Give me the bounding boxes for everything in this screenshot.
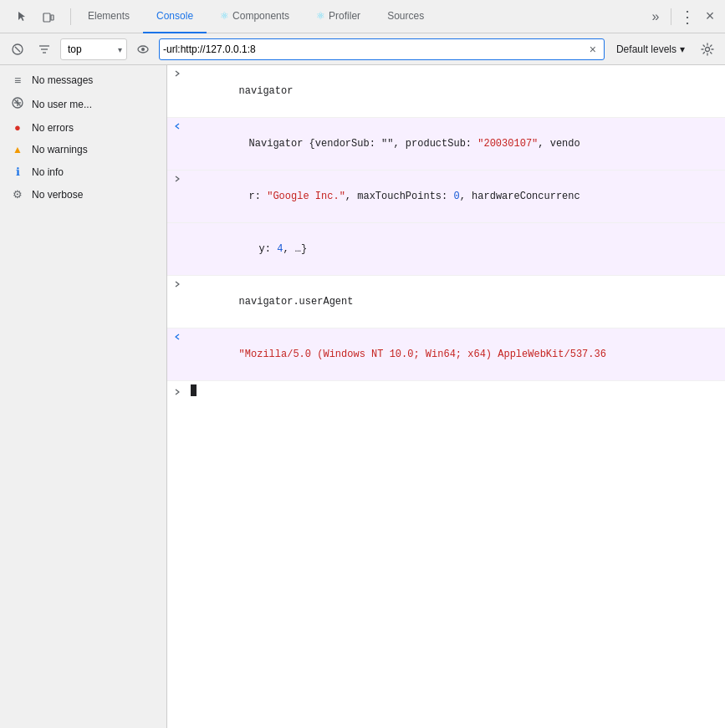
warnings-icon: ▲ bbox=[10, 144, 25, 155]
console-text-1: navigator bbox=[187, 67, 725, 115]
close-devtools-button[interactable]: × bbox=[698, 5, 722, 28]
main-area: ≡ No messages No user me... ● No errors … bbox=[0, 65, 725, 728]
context-select[interactable]: top bbox=[60, 38, 127, 60]
settings-button[interactable] bbox=[697, 38, 718, 60]
messages-icon: ≡ bbox=[10, 74, 25, 87]
tab-console[interactable]: Console bbox=[143, 0, 207, 33]
svg-point-9 bbox=[706, 47, 710, 51]
info-label: No info bbox=[32, 166, 156, 178]
sidebar-item-errors[interactable]: ● No errors bbox=[0, 116, 166, 139]
warnings-label: No warnings bbox=[32, 144, 156, 155]
expand-arrow-3[interactable] bbox=[167, 172, 187, 183]
console-text-3: r: "Google Inc.", maxTouchPoints: 0, har… bbox=[187, 172, 725, 221]
console-area[interactable]: navigator Navigator {vendorSub: "", prod… bbox=[167, 65, 725, 728]
context-selector[interactable]: top ▾ bbox=[60, 38, 127, 60]
filter-icon-button[interactable] bbox=[33, 38, 55, 60]
cursor bbox=[191, 384, 197, 396]
sidebar-item-verbose[interactable]: ⚙ No verbose bbox=[0, 183, 166, 206]
console-text-4: y: 4, …} bbox=[187, 225, 725, 273]
devtools-menu-button[interactable]: ⋮ bbox=[675, 5, 698, 28]
tab-bar: Elements Console ⚛ Components ⚛ Profiler… bbox=[0, 0, 725, 33]
console-text-6: "Mozilla/5.0 (Windows NT 10.0; Win64; x6… bbox=[187, 330, 725, 379]
svg-rect-0 bbox=[43, 13, 50, 22]
verbose-icon: ⚙ bbox=[10, 188, 25, 201]
console-input-line[interactable] bbox=[167, 381, 725, 400]
filter-input[interactable] bbox=[163, 43, 585, 55]
info-icon: ℹ bbox=[10, 165, 25, 178]
user-messages-icon bbox=[10, 97, 25, 111]
console-line-5: navigator.userAgent bbox=[167, 276, 725, 328]
console-line-6: "Mozilla/5.0 (Windows NT 10.0; Win64; x6… bbox=[167, 328, 725, 381]
svg-line-3 bbox=[15, 47, 20, 52]
console-toolbar: top ▾ × Default levels ▾ bbox=[0, 33, 725, 65]
response-arrow-6 bbox=[167, 330, 187, 341]
expand-arrow-5[interactable] bbox=[167, 277, 187, 288]
clear-console-button[interactable] bbox=[7, 38, 28, 60]
sidebar-item-messages[interactable]: ≡ No messages bbox=[0, 69, 166, 92]
messages-label: No messages bbox=[32, 74, 156, 86]
more-tabs-button[interactable]: » bbox=[644, 5, 667, 28]
expand-arrow-1[interactable] bbox=[167, 67, 187, 78]
console-line-1: navigator bbox=[167, 65, 725, 118]
filter-input-wrap: × bbox=[159, 38, 605, 60]
tab-components[interactable]: ⚛ Components bbox=[207, 0, 303, 33]
pointer-icon[interactable] bbox=[10, 5, 33, 28]
tab-elements[interactable]: Elements bbox=[74, 0, 143, 33]
filter-clear-button[interactable]: × bbox=[585, 42, 600, 57]
sidebar: ≡ No messages No user me... ● No errors … bbox=[0, 65, 167, 728]
verbose-label: No verbose bbox=[32, 189, 156, 201]
sidebar-item-warnings[interactable]: ▲ No warnings bbox=[0, 139, 166, 160]
console-line-2: Navigator {vendorSub: "", productSub: "2… bbox=[167, 118, 725, 171]
user-messages-label: No user me... bbox=[32, 99, 156, 110]
default-levels-button[interactable]: Default levels ▾ bbox=[610, 38, 692, 60]
tab-separator-1 bbox=[70, 8, 71, 25]
console-line-4: y: 4, …} bbox=[167, 223, 725, 276]
console-input[interactable] bbox=[187, 383, 725, 398]
input-arrow bbox=[167, 385, 187, 396]
console-line-3: r: "Google Inc.", maxTouchPoints: 0, har… bbox=[167, 171, 725, 223]
preserve-log-button[interactable] bbox=[132, 38, 154, 60]
sidebar-item-user-messages[interactable]: No user me... bbox=[0, 92, 166, 116]
svg-point-8 bbox=[141, 48, 145, 51]
spacer-arrow-4 bbox=[167, 225, 187, 227]
device-toggle-icon[interactable] bbox=[37, 5, 60, 28]
errors-label: No errors bbox=[32, 122, 156, 134]
tab-separator-2 bbox=[671, 8, 671, 25]
devtools-icons bbox=[3, 5, 67, 28]
response-arrow-2 bbox=[167, 120, 187, 130]
errors-icon: ● bbox=[10, 121, 25, 134]
sidebar-item-info[interactable]: ℹ No info bbox=[0, 160, 166, 183]
console-text-2: Navigator {vendorSub: "", productSub: "2… bbox=[187, 120, 725, 168]
console-text-5: navigator.userAgent bbox=[187, 277, 725, 326]
tab-profiler[interactable]: ⚛ Profiler bbox=[303, 0, 374, 33]
tab-sources[interactable]: Sources bbox=[374, 0, 437, 33]
svg-rect-1 bbox=[51, 15, 54, 20]
